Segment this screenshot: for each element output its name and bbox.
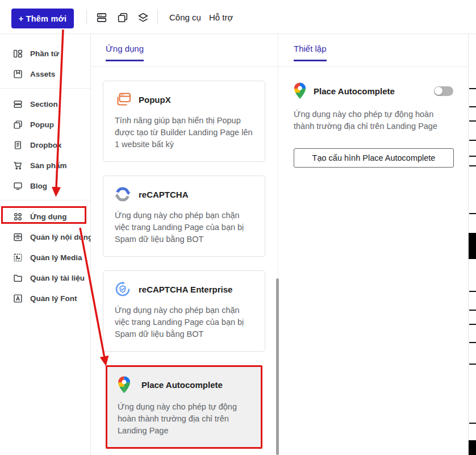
content-icon bbox=[13, 232, 23, 242]
edge-tick bbox=[469, 165, 476, 166]
toggle-knob bbox=[435, 87, 442, 95]
settings-tabrow: Thiết lập bbox=[278, 34, 467, 67]
sidebar-item-dropbox[interactable]: Dropbox bbox=[0, 135, 90, 155]
recaptcha-enterprise-icon bbox=[115, 281, 133, 297]
blog-icon bbox=[13, 181, 23, 191]
cart-icon bbox=[13, 161, 23, 170]
sidebar-item-label: Dropbox bbox=[30, 141, 62, 149]
sidebar-item-label: Quản lý Font bbox=[30, 294, 77, 303]
app-card-description: Ứng dụng này cho phép bạn chặn việc tran… bbox=[115, 210, 253, 245]
google-maps-pin-icon bbox=[294, 82, 306, 99]
apps-card-list: PopupX Tính năng giúp bạn hiển thị Popup… bbox=[91, 67, 278, 449]
app-enable-toggle[interactable] bbox=[434, 86, 453, 96]
sections-icon[interactable] bbox=[95, 11, 108, 24]
sidebar-item-label: Section bbox=[30, 100, 58, 108]
edge-tick bbox=[469, 88, 476, 89]
settings-app-row: Place Autocomplete bbox=[294, 82, 453, 99]
edge-tick bbox=[469, 291, 476, 292]
sidebar-item-label: Sản phẩm bbox=[30, 161, 67, 170]
google-maps-pin-icon bbox=[118, 376, 136, 394]
edge-tick bbox=[469, 364, 476, 365]
apps-panel: Ứng dụng PopupX Tính năng giúp bạn hiển … bbox=[91, 34, 278, 455]
layers-icon[interactable] bbox=[136, 11, 150, 24]
sidebar-item-assets[interactable]: Assets bbox=[0, 64, 90, 84]
app-card-recaptcha-enterprise[interactable]: reCAPTCHA Enterprise Ứng dụng này cho ph… bbox=[103, 270, 265, 352]
apps-grid-icon bbox=[13, 212, 23, 222]
app-window: + Thêm mới Công cụ Hỗ trợ bbox=[0, 0, 476, 455]
help-menu[interactable]: Hỗ trợ bbox=[209, 12, 233, 22]
edge-tick bbox=[469, 213, 476, 214]
sidebar-item-label: Quản lý Media bbox=[30, 253, 82, 262]
sidebar-item-label: Blog bbox=[30, 182, 47, 190]
app-card-place-autocomplete[interactable]: Place Autocomplete Ứng dụng này cho phép… bbox=[106, 365, 262, 449]
configure-place-autocomplete-button[interactable]: Tạo cấu hình Place Autocomplete bbox=[294, 148, 454, 168]
app-card-popupx[interactable]: PopupX Tính năng giúp bạn hiển thị Popup… bbox=[103, 81, 265, 162]
app-card-title: reCAPTCHA bbox=[139, 190, 189, 199]
sidebar-item-popup[interactable]: Popup bbox=[0, 114, 90, 135]
popup-icon bbox=[13, 120, 23, 130]
tools-menu[interactable]: Công cụ bbox=[169, 12, 201, 22]
settings-description: Ứng dụng này cho phép tự động hoàn thành… bbox=[294, 108, 455, 132]
top-toolbar: + Thêm mới Công cụ Hỗ trợ bbox=[0, 0, 476, 34]
vertical-scrollbar[interactable] bbox=[276, 278, 279, 455]
add-new-button[interactable]: + Thêm mới bbox=[11, 9, 74, 28]
sidebar-item-label: Phần tử bbox=[30, 49, 59, 58]
dropbox-icon bbox=[13, 140, 23, 150]
tab-thiet-lap[interactable]: Thiết lập bbox=[294, 44, 327, 61]
left-sidebar: Phần tử Assets Section bbox=[0, 34, 91, 455]
edge-tick bbox=[469, 140, 476, 141]
screen-edge-artifact bbox=[468, 34, 476, 455]
assets-icon bbox=[13, 69, 23, 79]
sidebar-item-phan-tu[interactable]: Phần tử bbox=[0, 43, 90, 64]
app-card-title: PopupX bbox=[139, 95, 171, 105]
app-card-description: Ứng dụng này cho phép bạn chặn việc tran… bbox=[115, 304, 253, 340]
popupx-icon bbox=[115, 92, 133, 107]
section-icon bbox=[13, 99, 23, 109]
edge-tick bbox=[469, 106, 476, 107]
edge-tick bbox=[469, 342, 476, 343]
edge-tick bbox=[469, 423, 476, 424]
font-icon bbox=[13, 294, 23, 303]
edge-block bbox=[469, 440, 476, 455]
sidebar-item-ung-dung[interactable]: Ứng dụng bbox=[0, 206, 90, 227]
edge-block bbox=[469, 233, 476, 259]
sidebar-item-label: Ứng dụng bbox=[30, 212, 66, 221]
edge-tick bbox=[469, 310, 476, 311]
app-card-title: reCAPTCHA Enterprise bbox=[139, 285, 232, 294]
sidebar-item-san-pham[interactable]: Sản phẩm bbox=[0, 155, 90, 176]
sidebar-item-label: Assets bbox=[30, 70, 55, 78]
sidebar-item-quan-ly-noi-dung[interactable]: Quản lý nội dung bbox=[0, 227, 90, 247]
sidebar-item-label: Popup bbox=[30, 120, 54, 129]
app-card-recaptcha[interactable]: reCAPTCHA Ứng dụng này cho phép bạn chặn… bbox=[103, 176, 265, 257]
sidebar-item-blog[interactable]: Blog bbox=[0, 176, 90, 196]
tab-ung-dung[interactable]: Ứng dụng bbox=[106, 44, 144, 61]
sidebar-item-label: Quản lý tài liệu bbox=[30, 274, 85, 282]
media-icon bbox=[13, 253, 23, 262]
app-card-title: Place Autocomplete bbox=[141, 380, 223, 390]
elements-icon bbox=[13, 49, 23, 59]
settings-panel: Thiết lập Place Autocomplete Ứng dụng bbox=[278, 34, 467, 455]
toolbar-divider bbox=[157, 10, 158, 24]
edge-tick bbox=[469, 156, 476, 157]
folder-icon bbox=[13, 273, 23, 283]
app-card-description: Ứng dụng này cho phép tự động hoàn thành… bbox=[118, 401, 250, 437]
sidebar-item-quan-ly-font[interactable]: Quản lý Font bbox=[0, 288, 90, 308]
sidebar-item-section[interactable]: Section bbox=[0, 94, 90, 114]
sidebar-item-quan-ly-media[interactable]: Quản lý Media bbox=[0, 247, 90, 268]
settings-app-name: Place Autocomplete bbox=[314, 86, 395, 96]
sidebar-item-label: Quản lý nội dung bbox=[30, 233, 93, 241]
recaptcha-icon bbox=[115, 186, 133, 202]
toolbar-divider bbox=[86, 10, 87, 24]
edge-tick bbox=[469, 120, 476, 122]
app-card-description: Tính năng giúp bạn hiển thị Popup được t… bbox=[115, 115, 253, 151]
sidebar-item-quan-ly-tai-lieu[interactable]: Quản lý tài liệu bbox=[0, 268, 90, 288]
edge-tick bbox=[469, 324, 476, 325]
apps-tabrow: Ứng dụng bbox=[91, 34, 278, 67]
duplicate-icon[interactable] bbox=[116, 11, 130, 24]
